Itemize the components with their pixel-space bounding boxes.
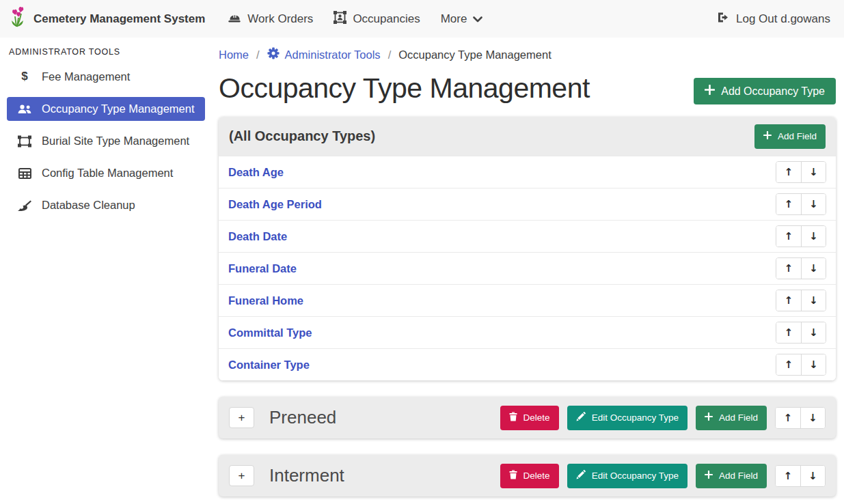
table-icon	[16, 168, 33, 179]
sidebar-item-label: Fee Management	[42, 70, 130, 83]
move-down-button[interactable]: ↓	[801, 290, 826, 311]
logout-label: Log Out d.gowans	[736, 12, 830, 26]
reorder-buttons: ↑ ↓	[776, 193, 826, 215]
move-down-button[interactable]: ↓	[801, 354, 826, 375]
move-down-button[interactable]: ↓	[801, 194, 826, 214]
section-title: Preneed	[262, 407, 492, 428]
move-down-button[interactable]: ↓	[801, 226, 826, 247]
field-row: Committal Type ↑ ↓	[219, 316, 836, 348]
edit-label: Edit Occupancy Type	[592, 412, 679, 423]
move-down-button[interactable]: ↓	[800, 466, 825, 486]
sidebar-item-database-cleanup[interactable]: Database Cleanup	[7, 193, 205, 217]
delete-occupancy-type-button[interactable]: Delete	[500, 464, 559, 488]
delete-label: Delete	[523, 471, 550, 481]
nav-item-label: Work Orders	[247, 12, 313, 26]
nav-item-occupancies[interactable]: Occupancies	[323, 5, 430, 33]
edit-occupancy-type-button[interactable]: Edit Occupancy Type	[567, 464, 688, 488]
edit-occupancy-type-button[interactable]: Edit Occupancy Type	[567, 406, 688, 430]
navbar-links: Work Orders Occupancies More	[217, 5, 493, 33]
sidebar-item-label: Occupancy Type Management	[42, 102, 195, 115]
users-icon	[16, 104, 33, 115]
reorder-buttons: ↑ ↓	[775, 465, 826, 487]
breadcrumb-admin-tools-link[interactable]: Administrator Tools	[267, 47, 381, 62]
main-content: Home / Administrator Tool	[212, 38, 844, 504]
expand-section-button[interactable]: +	[229, 407, 254, 428]
occupancy-frame-icon	[333, 11, 346, 27]
add-field-button[interactable]: Add Field	[754, 124, 826, 149]
field-row: Container Type ↑ ↓	[219, 348, 836, 380]
section-preneed: + Preneed Delete	[219, 397, 836, 438]
nav-item-work-orders[interactable]: Work Orders	[217, 6, 323, 32]
breadcrumb-admin-tools-label: Administrator Tools	[285, 48, 381, 61]
add-field-label: Add Field	[778, 131, 817, 141]
move-down-button[interactable]: ↓	[801, 258, 826, 279]
add-field-label: Add Field	[719, 412, 758, 423]
field-link-death-age[interactable]: Death Age	[228, 166, 284, 179]
move-up-button[interactable]: ↑	[776, 226, 801, 247]
trash-icon	[509, 412, 517, 423]
page-layout: Administrator Tools $ Fee Management Occ…	[0, 38, 844, 504]
plus-icon	[705, 85, 715, 98]
sidebar-item-label: Burial Site Type Management	[42, 135, 189, 148]
delete-label: Delete	[523, 412, 550, 423]
top-navbar: Cemetery Management System Work Orders	[0, 0, 844, 38]
breadcrumb-home-link[interactable]: Home	[219, 48, 249, 61]
field-link-death-date[interactable]: Death Date	[228, 230, 287, 243]
brand-title: Cemetery Management System	[33, 12, 205, 26]
field-link-funeral-home[interactable]: Funeral Home	[228, 294, 303, 307]
object-group-icon	[16, 135, 33, 148]
reorder-buttons: ↑ ↓	[775, 407, 826, 429]
section-actions: Delete Edit Occupancy Type	[500, 464, 826, 488]
move-down-button[interactable]: ↓	[800, 408, 825, 428]
reorder-buttons: ↑ ↓	[776, 322, 826, 344]
dollar-icon: $	[16, 70, 33, 83]
field-row: Death Date ↑ ↓	[219, 220, 836, 252]
add-field-label: Add Field	[719, 471, 758, 481]
pencil-icon	[576, 412, 586, 423]
breadcrumb-current: Occupancy Type Management	[398, 48, 552, 61]
add-occupancy-type-button[interactable]: Add Occupancy Type	[694, 78, 836, 104]
move-down-button[interactable]: ↓	[801, 162, 826, 182]
pencil-icon	[576, 470, 586, 481]
move-up-button[interactable]: ↑	[776, 354, 801, 375]
move-up-button[interactable]: ↑	[776, 162, 801, 182]
move-up-button[interactable]: ↑	[776, 466, 800, 486]
field-row: Death Age Period ↑ ↓	[219, 188, 836, 220]
move-up-button[interactable]: ↑	[776, 408, 800, 428]
field-link-death-age-period[interactable]: Death Age Period	[228, 198, 322, 211]
move-up-button[interactable]: ↑	[776, 194, 801, 214]
plus-icon	[705, 471, 713, 481]
section-actions: Delete Edit Occupancy Type	[500, 406, 826, 430]
add-field-button[interactable]: Add Field	[696, 406, 767, 430]
reorder-buttons: ↑ ↓	[776, 225, 826, 247]
sidebar-item-burial-site-type-management[interactable]: Burial Site Type Management	[7, 129, 205, 153]
sidebar-item-config-table-management[interactable]: Config Table Management	[7, 161, 205, 185]
field-link-committal-type[interactable]: Committal Type	[228, 326, 312, 339]
hard-hat-icon	[228, 12, 241, 27]
app-brand[interactable]: Cemetery Management System	[10, 7, 205, 31]
breadcrumb-separator: /	[388, 48, 392, 61]
add-field-button[interactable]: Add Field	[696, 464, 767, 488]
field-row: Funeral Date ↑ ↓	[219, 252, 836, 284]
expand-section-button[interactable]: +	[229, 465, 254, 486]
plus-icon	[705, 412, 713, 423]
move-up-button[interactable]: ↑	[776, 258, 801, 279]
field-link-container-type[interactable]: Container Type	[228, 359, 310, 372]
sign-out-icon	[717, 12, 730, 27]
nav-item-more[interactable]: More	[431, 7, 493, 31]
breadcrumb: Home / Administrator Tool	[219, 46, 836, 62]
move-up-button[interactable]: ↑	[776, 322, 801, 343]
field-link-funeral-date[interactable]: Funeral Date	[228, 262, 297, 275]
sidebar-item-fee-management[interactable]: $ Fee Management	[7, 64, 205, 89]
broom-icon	[16, 199, 33, 211]
page-title: Occupancy Type Management	[219, 72, 590, 104]
all-occupancy-types-card: (All Occupancy Types) Add Field Death Ag…	[219, 117, 836, 380]
logout-button[interactable]: Log Out d.gowans	[713, 6, 834, 32]
sidebar-item-occupancy-type-management[interactable]: Occupancy Type Management	[7, 97, 205, 121]
move-down-button[interactable]: ↓	[801, 322, 826, 343]
delete-occupancy-type-button[interactable]: Delete	[500, 406, 559, 430]
field-row: Funeral Home ↑ ↓	[219, 284, 836, 316]
move-up-button[interactable]: ↑	[776, 290, 801, 311]
sidebar-item-label: Database Cleanup	[42, 199, 135, 212]
gear-icon	[267, 47, 280, 62]
